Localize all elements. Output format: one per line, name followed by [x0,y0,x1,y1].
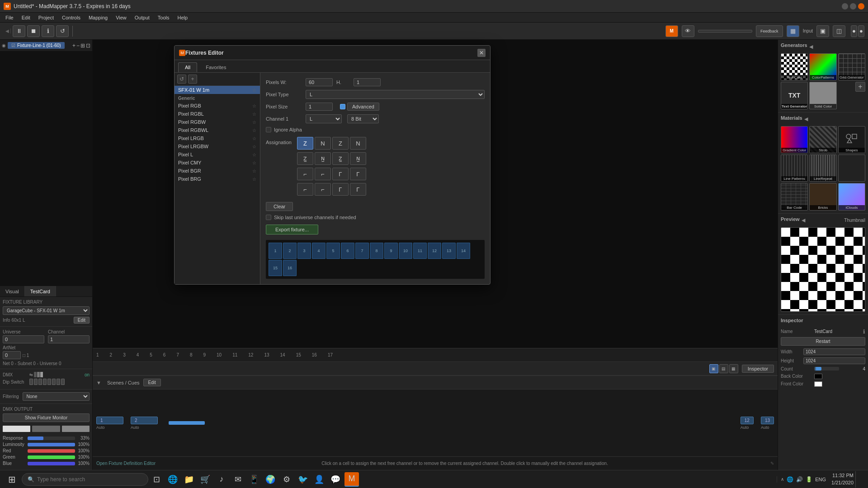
ch-cell-11[interactable]: 11 [413,243,427,259]
mat-thumb-strob[interactable]: Strob [809,126,836,153]
modal-header[interactable]: M Fixtures Editor ✕ [175,46,490,60]
fixture-item-pixel-rgbw[interactable]: Pixel RGBW ☆ [175,118,260,126]
fixture-item-pixel-cmy[interactable]: Pixel CMY ☆ [175,159,260,167]
grid-view-button[interactable]: ▦ [787,25,799,37]
scenes-collapse[interactable]: ▼ [96,380,104,385]
menu-output[interactable]: Output [131,14,153,21]
chevron-up-icon[interactable]: ∧ [781,477,784,482]
info-button[interactable]: ℹ [42,25,54,37]
ch-cell-4[interactable]: 4 [312,243,326,259]
gen-thumb-testcard[interactable]: Test Card [781,53,808,80]
fixture-item-pixel-rgbl[interactable]: Pixel RGBL ☆ [175,110,260,118]
gen-thumb-colorpatterns[interactable]: ColorPatterns [809,53,836,80]
fixture-item-pixel-rgbwl[interactable]: Pixel RGBWL ☆ [175,126,260,134]
layout-btn-1[interactable]: ▣ [816,25,829,37]
assign-cell-n3[interactable]: N̲ [315,152,331,165]
taskbar-icon-edge[interactable]: 🌐 [165,472,180,487]
ignore-alpha-checkbox[interactable] [266,127,271,132]
minimize-button[interactable] [842,3,848,9]
feedback-button[interactable]: Feedback [756,25,783,37]
assign-cell-n4[interactable]: N̲ [350,152,366,165]
fixture-item-sfx01[interactable]: SFX-01 W 1m ☆ [175,86,260,94]
ch-cell-7[interactable]: 7 [355,243,369,259]
add-fixture-btn[interactable]: + [188,75,197,84]
channel1-select[interactable]: L [306,114,342,123]
time-display[interactable]: 11:32 PM 1/21/2020 [831,472,854,486]
stop-button[interactable]: ⏹ [27,25,40,37]
panel-collapse-arrow[interactable]: ◀ [4,28,11,33]
width-input[interactable] [803,348,865,355]
assign-cell-c1[interactable]: ⌐ [297,168,313,180]
refresh-button[interactable]: ↺ [56,25,69,37]
notifications-btn[interactable] [855,471,864,488]
search-box[interactable] [698,30,752,33]
taskbar-icon-mail[interactable]: ✉ [231,472,245,487]
filtering-select[interactable]: None [23,392,90,401]
mat-thumb-linepatterns[interactable]: Line Patterns [781,155,808,182]
ch-cell-9[interactable]: 9 [384,243,398,259]
taskbar-search-input[interactable] [37,476,127,483]
ch-cell-10[interactable]: 10 [399,243,412,259]
ch-cell-8[interactable]: 8 [370,243,383,259]
taskbar-search-bar[interactable]: 🔍 [22,473,148,486]
taskbar-icon-settings[interactable]: ⚙ [279,472,294,487]
refresh-fixtures-btn[interactable]: ↺ [177,75,186,84]
assign-cell-n2[interactable]: N [350,137,366,150]
scene-1-label[interactable]: 1 [96,417,123,424]
dip-sw-4[interactable] [43,379,47,385]
ch-cell-3[interactable]: 3 [297,243,311,259]
taskbar-icon-bird[interactable]: 🐦 [296,472,310,487]
tab-testcard[interactable]: TestCard [25,286,56,296]
universe-input[interactable] [3,335,44,343]
dmx-arrows[interactable]: ⇆ [29,372,33,377]
pixel-size-input[interactable] [306,103,333,111]
taskbar-icon-skype1[interactable]: 💬 [328,472,343,487]
count-slider[interactable] [814,367,839,371]
menu-project[interactable]: Project [35,14,57,21]
advanced-button[interactable]: Advanced [347,103,379,111]
assign-cell-n1[interactable]: N [315,137,331,150]
menu-file[interactable]: File [2,14,17,21]
dip-sw-1[interactable] [29,379,33,385]
restart-button[interactable]: Restart [781,337,865,346]
add-generator-button[interactable]: + [855,82,865,92]
assign-cell-c7[interactable]: Γ [332,183,349,196]
assign-cell-z2[interactable]: Z [332,137,349,150]
taskbar-task-view[interactable]: ⊡ [149,472,164,487]
fixture-item-pixel-l[interactable]: Pixel L ☆ [175,150,260,159]
menu-edit[interactable]: Edit [18,14,34,21]
ch-cell-2[interactable]: 2 [283,243,297,259]
taskbar-icon-store[interactable]: 🛒 [198,472,212,487]
view-toggle-2[interactable]: ▤ [719,364,728,373]
fixture-item-pixel-bgr[interactable]: Pixel BGR ☆ [175,167,260,175]
back-color-swatch[interactable] [814,374,822,379]
layer-checkbox[interactable]: ☑ [11,43,15,48]
start-button[interactable]: ⊞ [4,471,20,488]
fixture-item-pixel-rgb[interactable]: Pixel RGB ☆ [175,102,260,110]
modal-tab-favorites[interactable]: Favorites [199,62,233,72]
assign-cell-z3[interactable]: Z̲ [297,152,313,165]
height-input[interactable] [803,357,865,364]
tab-visual[interactable]: Visual [0,286,25,296]
materials-collapse[interactable]: ◀ [804,116,808,122]
taskbar-icon-explorer[interactable]: 📁 [182,472,196,487]
menu-tools[interactable]: Tools [154,14,173,21]
info-icon[interactable]: ℹ [863,328,865,335]
inspector-button[interactable]: Inspector [742,365,774,373]
mat-thumb-gradient[interactable]: Gradient Color [781,126,808,153]
fixture-dropdown[interactable]: GarageCube - SFX-01 W 1m [3,306,90,315]
artnet-input[interactable] [3,351,21,359]
assign-cell-z1[interactable]: Z [297,137,313,150]
assign-cell-c5[interactable]: ⌐ [297,183,313,196]
export-fixture-button[interactable]: Export fixture... [266,225,318,235]
ch-cell-6[interactable]: 6 [341,243,354,259]
dip-sw-8[interactable] [61,379,65,385]
taskbar-icon-contact[interactable]: 👤 [312,472,326,487]
play-pause-button[interactable]: ⏸ [13,25,25,37]
layout-btn-2[interactable]: ◫ [833,25,845,37]
mat-thumb-barcode[interactable]: Bar Code [781,183,808,210]
madmapper-icon[interactable]: M [665,25,678,37]
assign-cell-c4[interactable]: Γ [350,168,366,180]
scene-12-label[interactable]: 12 [741,417,754,424]
taskbar-icon-madmapper[interactable]: M [344,472,359,487]
